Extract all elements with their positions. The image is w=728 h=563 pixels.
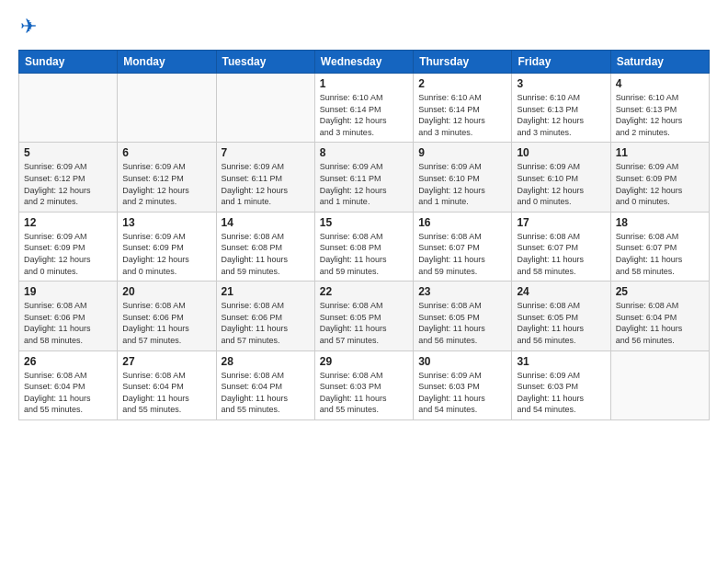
day-number: 19 [24, 285, 112, 298]
logo-icon: ✈ [20, 15, 37, 39]
day-number: 7 [222, 146, 310, 159]
calendar-cell: 4Sunrise: 6:10 AM Sunset: 6:13 PM Daylig… [610, 74, 709, 143]
day-number: 30 [418, 355, 506, 368]
day-number: 15 [320, 216, 408, 229]
calendar-cell: 26Sunrise: 6:08 AM Sunset: 6:04 PM Dayli… [19, 350, 118, 419]
day-number: 10 [517, 146, 605, 159]
day-number: 29 [320, 355, 408, 368]
day-info: Sunrise: 6:08 AM Sunset: 6:04 PM Dayligh… [122, 370, 210, 416]
day-info: Sunrise: 6:08 AM Sunset: 6:06 PM Dayligh… [122, 300, 210, 346]
calendar-week-row: 26Sunrise: 6:08 AM Sunset: 6:04 PM Dayli… [19, 350, 710, 419]
day-info: Sunrise: 6:08 AM Sunset: 6:04 PM Dayligh… [616, 300, 704, 346]
col-header-thursday: Thursday [414, 51, 512, 74]
day-info: Sunrise: 6:08 AM Sunset: 6:08 PM Dayligh… [320, 231, 408, 277]
calendar-cell: 20Sunrise: 6:08 AM Sunset: 6:06 PM Dayli… [118, 282, 216, 350]
calendar-cell: 30Sunrise: 6:09 AM Sunset: 6:03 PM Dayli… [414, 350, 512, 419]
calendar-cell: 25Sunrise: 6:08 AM Sunset: 6:04 PM Dayli… [610, 282, 709, 350]
calendar-week-row: 5Sunrise: 6:09 AM Sunset: 6:12 PM Daylig… [19, 143, 710, 212]
calendar-cell: 6Sunrise: 6:09 AM Sunset: 6:12 PM Daylig… [118, 143, 216, 212]
calendar-cell: 29Sunrise: 6:08 AM Sunset: 6:03 PM Dayli… [314, 350, 413, 419]
col-header-monday: Monday [118, 51, 216, 74]
calendar-cell: 11Sunrise: 6:09 AM Sunset: 6:09 PM Dayli… [610, 143, 709, 212]
day-info: Sunrise: 6:09 AM Sunset: 6:11 PM Dayligh… [222, 161, 310, 207]
day-number: 28 [222, 355, 310, 368]
day-number: 22 [320, 285, 408, 298]
calendar-cell: 5Sunrise: 6:09 AM Sunset: 6:12 PM Daylig… [19, 143, 118, 212]
day-number: 24 [517, 285, 605, 298]
day-number: 16 [418, 216, 506, 229]
day-info: Sunrise: 6:08 AM Sunset: 6:08 PM Dayligh… [222, 231, 310, 277]
calendar-cell: 14Sunrise: 6:08 AM Sunset: 6:08 PM Dayli… [216, 212, 314, 281]
day-number: 2 [418, 77, 506, 90]
day-number: 8 [320, 146, 408, 159]
day-info: Sunrise: 6:09 AM Sunset: 6:10 PM Dayligh… [517, 161, 605, 207]
calendar-cell: 12Sunrise: 6:09 AM Sunset: 6:09 PM Dayli… [19, 212, 118, 281]
day-info: Sunrise: 6:08 AM Sunset: 6:07 PM Dayligh… [616, 231, 704, 277]
calendar-cell: 2Sunrise: 6:10 AM Sunset: 6:14 PM Daylig… [414, 74, 512, 143]
calendar-cell: 27Sunrise: 6:08 AM Sunset: 6:04 PM Dayli… [118, 350, 216, 419]
day-info: Sunrise: 6:08 AM Sunset: 6:05 PM Dayligh… [418, 300, 506, 346]
calendar-cell [610, 350, 709, 419]
calendar-cell [19, 74, 118, 143]
day-number: 4 [616, 77, 704, 90]
calendar-header-row: SundayMondayTuesdayWednesdayThursdayFrid… [19, 51, 710, 74]
day-number: 21 [222, 285, 310, 298]
day-info: Sunrise: 6:08 AM Sunset: 6:06 PM Dayligh… [222, 300, 310, 346]
day-info: Sunrise: 6:08 AM Sunset: 6:07 PM Dayligh… [418, 231, 506, 277]
day-number: 18 [616, 216, 704, 229]
calendar-cell: 13Sunrise: 6:09 AM Sunset: 6:09 PM Dayli… [118, 212, 216, 281]
day-info: Sunrise: 6:09 AM Sunset: 6:03 PM Dayligh… [517, 370, 605, 416]
day-number: 27 [122, 355, 210, 368]
day-number: 5 [24, 146, 112, 159]
calendar-cell: 19Sunrise: 6:08 AM Sunset: 6:06 PM Dayli… [19, 282, 118, 350]
col-header-wednesday: Wednesday [314, 51, 413, 74]
calendar-cell: 17Sunrise: 6:08 AM Sunset: 6:07 PM Dayli… [512, 212, 610, 281]
day-number: 17 [517, 216, 605, 229]
day-info: Sunrise: 6:08 AM Sunset: 6:05 PM Dayligh… [320, 300, 408, 346]
day-info: Sunrise: 6:09 AM Sunset: 6:11 PM Dayligh… [320, 161, 408, 207]
day-info: Sunrise: 6:08 AM Sunset: 6:05 PM Dayligh… [517, 300, 605, 346]
day-info: Sunrise: 6:09 AM Sunset: 6:10 PM Dayligh… [418, 161, 506, 207]
calendar-cell [216, 74, 314, 143]
day-info: Sunrise: 6:08 AM Sunset: 6:06 PM Dayligh… [24, 300, 112, 346]
col-header-sunday: Sunday [19, 51, 118, 74]
day-number: 3 [517, 77, 605, 90]
logo: ✈ [18, 15, 37, 39]
day-info: Sunrise: 6:09 AM Sunset: 6:12 PM Dayligh… [122, 161, 210, 207]
day-info: Sunrise: 6:09 AM Sunset: 6:09 PM Dayligh… [24, 231, 112, 277]
calendar-cell [118, 74, 216, 143]
calendar-cell: 15Sunrise: 6:08 AM Sunset: 6:08 PM Dayli… [314, 212, 413, 281]
day-info: Sunrise: 6:08 AM Sunset: 6:04 PM Dayligh… [222, 370, 310, 416]
day-info: Sunrise: 6:08 AM Sunset: 6:07 PM Dayligh… [517, 231, 605, 277]
day-number: 9 [418, 146, 506, 159]
calendar-cell: 23Sunrise: 6:08 AM Sunset: 6:05 PM Dayli… [414, 282, 512, 350]
calendar-week-row: 1Sunrise: 6:10 AM Sunset: 6:14 PM Daylig… [19, 74, 710, 143]
day-info: Sunrise: 6:09 AM Sunset: 6:09 PM Dayligh… [122, 231, 210, 277]
col-header-tuesday: Tuesday [216, 51, 314, 74]
day-number: 31 [517, 355, 605, 368]
calendar-table: SundayMondayTuesdayWednesdayThursdayFrid… [18, 50, 710, 420]
day-number: 26 [24, 355, 112, 368]
calendar-cell: 10Sunrise: 6:09 AM Sunset: 6:10 PM Dayli… [512, 143, 610, 212]
day-info: Sunrise: 6:08 AM Sunset: 6:03 PM Dayligh… [320, 370, 408, 416]
day-number: 13 [122, 216, 210, 229]
calendar-cell: 7Sunrise: 6:09 AM Sunset: 6:11 PM Daylig… [216, 143, 314, 212]
day-number: 14 [222, 216, 310, 229]
calendar-cell: 3Sunrise: 6:10 AM Sunset: 6:13 PM Daylig… [512, 74, 610, 143]
page: ✈ SundayMondayTuesdayWednesdayThursdayFr… [0, 0, 728, 563]
calendar-cell: 28Sunrise: 6:08 AM Sunset: 6:04 PM Dayli… [216, 350, 314, 419]
calendar-cell: 1Sunrise: 6:10 AM Sunset: 6:14 PM Daylig… [314, 74, 413, 143]
day-info: Sunrise: 6:10 AM Sunset: 6:13 PM Dayligh… [517, 92, 605, 138]
day-number: 11 [616, 146, 704, 159]
day-info: Sunrise: 6:08 AM Sunset: 6:04 PM Dayligh… [24, 370, 112, 416]
calendar-cell: 31Sunrise: 6:09 AM Sunset: 6:03 PM Dayli… [512, 350, 610, 419]
calendar-week-row: 19Sunrise: 6:08 AM Sunset: 6:06 PM Dayli… [19, 282, 710, 350]
calendar-week-row: 12Sunrise: 6:09 AM Sunset: 6:09 PM Dayli… [19, 212, 710, 281]
day-number: 1 [320, 77, 408, 90]
day-info: Sunrise: 6:09 AM Sunset: 6:03 PM Dayligh… [418, 370, 506, 416]
header: ✈ [18, 15, 710, 39]
day-info: Sunrise: 6:10 AM Sunset: 6:14 PM Dayligh… [418, 92, 506, 138]
day-info: Sunrise: 6:09 AM Sunset: 6:12 PM Dayligh… [24, 161, 112, 207]
day-number: 12 [24, 216, 112, 229]
day-info: Sunrise: 6:09 AM Sunset: 6:09 PM Dayligh… [616, 161, 704, 207]
